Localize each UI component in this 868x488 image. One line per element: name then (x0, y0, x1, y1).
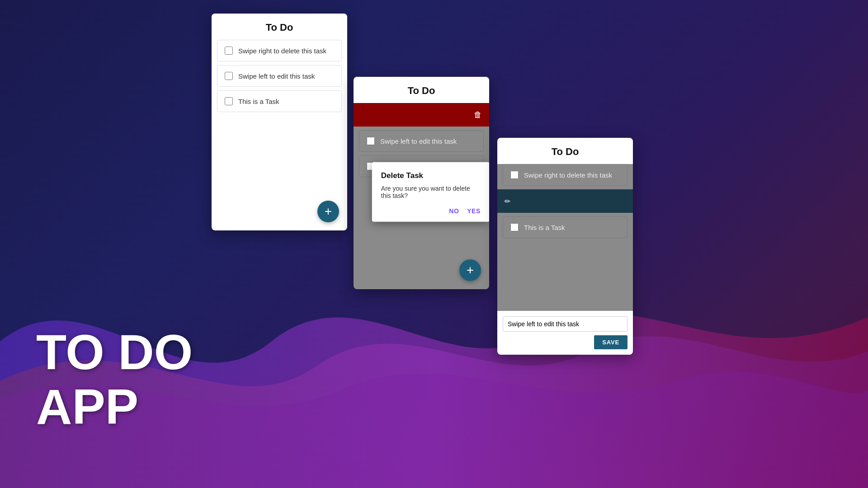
task-3-label: This is a Task (238, 98, 279, 105)
save-row: SAVE (503, 335, 627, 349)
edit-input-area: SAVE (497, 311, 633, 355)
task-4-label: Swipe left to edit this task (380, 137, 457, 145)
panel-3-todo: To Do Swipe right to delete this task ✏ … (497, 138, 633, 355)
task-2-label: Swipe left to edit this task (238, 72, 315, 80)
panel-2-title: To Do (408, 85, 435, 96)
panel-1-todo: To Do Swipe right to delete this task Sw… (212, 14, 347, 230)
task-6-checkbox[interactable] (510, 171, 519, 179)
task-7-label: This is a Task (524, 224, 565, 231)
task-2-checkbox[interactable] (225, 72, 233, 80)
save-button[interactable]: SAVE (594, 335, 627, 349)
task-item: This is a Task (217, 90, 342, 112)
panel-2-header: To Do (354, 77, 489, 103)
pencil-icon: ✏ (505, 197, 510, 206)
dialog-yes-button[interactable]: YES (467, 207, 481, 215)
task-item: Swipe left to edit this task (217, 65, 342, 87)
fab-container-2: + (459, 259, 481, 281)
dialog-title: Delete Task (381, 171, 481, 180)
app-title: TO DO APP (36, 324, 193, 434)
task-4-checkbox[interactable] (367, 137, 375, 145)
delete-dialog: Delete Task Are you sure you want to del… (372, 162, 489, 222)
panel-1-header: To Do (212, 14, 347, 40)
panel-3-header: To Do (497, 138, 633, 164)
edit-task-input[interactable] (503, 316, 627, 332)
task-item: Swipe right to delete this task (217, 40, 342, 61)
task-item: This is a Task (503, 216, 627, 238)
task-item: Swipe left to edit this task (359, 130, 484, 152)
app-title-line2: APP (36, 379, 193, 434)
task-item: Swipe right to delete this task (503, 164, 627, 186)
trash-icon: 🗑 (474, 110, 482, 120)
panel-2-todo: To Do 🗑 Swipe left to edit this task Thi… (354, 77, 489, 289)
dialog-message: Are you sure you want to delete this tas… (381, 185, 481, 199)
delete-swipe-row: 🗑 (354, 103, 489, 127)
task-3-checkbox[interactable] (225, 97, 233, 105)
dialog-actions: NO YES (381, 207, 481, 215)
fab-container: + (317, 201, 339, 222)
task-6-label: Swipe right to delete this task (524, 171, 612, 179)
task-7-checkbox[interactable] (510, 223, 519, 231)
task-1-label: Swipe right to delete this task (238, 47, 326, 55)
dialog-no-button[interactable]: NO (449, 207, 459, 215)
add-task-button-2[interactable]: + (459, 259, 481, 281)
edit-swipe-row: ✏ (497, 189, 633, 213)
app-title-line1: TO DO (36, 324, 193, 379)
panel-1-title: To Do (266, 22, 293, 33)
panel-3-title: To Do (552, 146, 579, 157)
task-1-checkbox[interactable] (225, 47, 233, 55)
add-task-button[interactable]: + (317, 201, 339, 222)
